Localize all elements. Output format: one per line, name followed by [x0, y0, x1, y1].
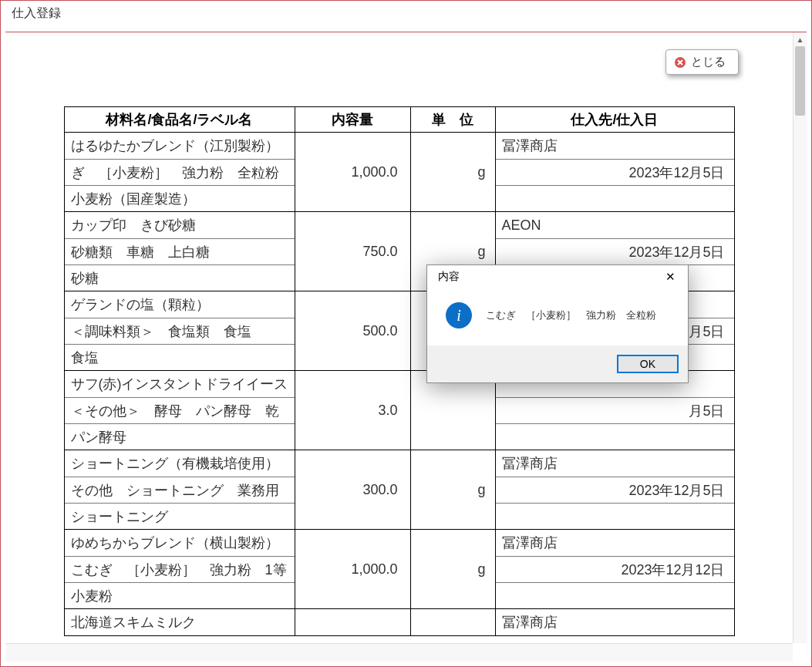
dialog-message: こむぎ ［小麦粉］ 強力粉 全粒粉: [486, 308, 656, 322]
dialog-close-button[interactable]: ✕: [661, 270, 680, 284]
dialog-ok-button[interactable]: OK: [617, 355, 679, 373]
info-dialog: 内容 ✕ i こむぎ ［小麦粉］ 強力粉 全粒粉 OK: [426, 264, 689, 383]
app-shell: 仕入登録 とじる 材料名/食品名/ラベル名 内容量 単 位 仕入先/仕入日: [0, 0, 812, 667]
dialog-overlay: 内容 ✕ i こむぎ ［小麦粉］ 強力粉 全粒粉 OK: [1, 1, 811, 666]
info-icon: i: [446, 302, 472, 328]
dialog-title: 内容: [438, 270, 460, 284]
